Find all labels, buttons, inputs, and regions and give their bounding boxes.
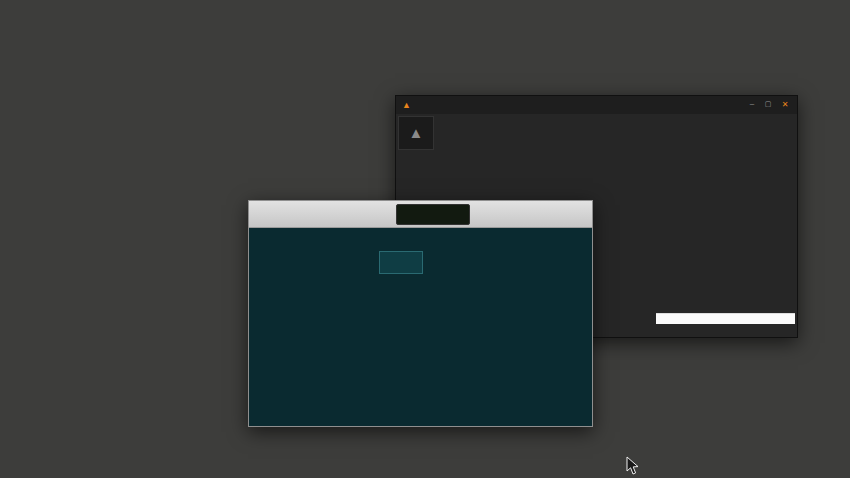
playlist-footer (656, 313, 795, 324)
time-display (396, 204, 470, 225)
minimize-button[interactable]: – (745, 99, 759, 108)
aimp-logo-icon: ▲ (402, 100, 411, 110)
screen: ▲ – ▢ ✕ ▲ (0, 0, 850, 478)
aimp-titlebar[interactable]: ▲ – ▢ ✕ (396, 96, 798, 114)
close-button[interactable]: ✕ (778, 100, 792, 109)
audio-editor-window (248, 200, 593, 427)
selection-tooltip (379, 251, 423, 274)
maximize-button[interactable]: ▢ (761, 100, 775, 108)
album-art: ▲ (398, 116, 434, 150)
mouse-cursor (626, 456, 640, 476)
